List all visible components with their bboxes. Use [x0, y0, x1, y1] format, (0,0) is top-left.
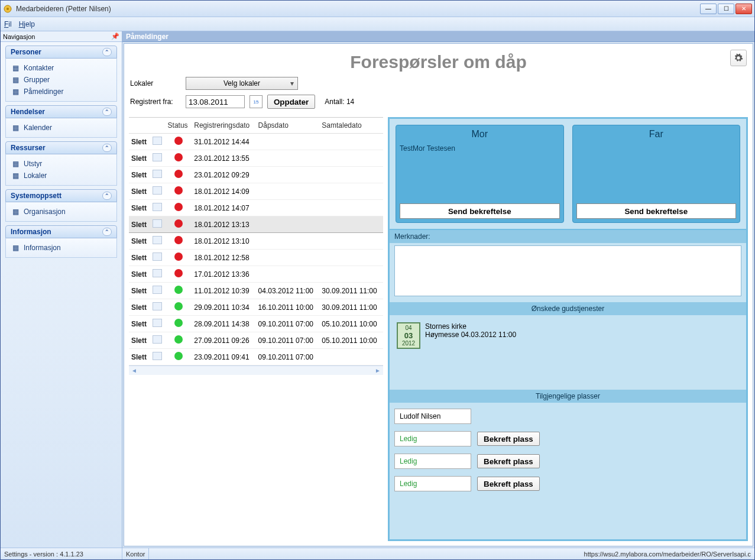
table-row[interactable]: Slett18.01.2012 14:09	[129, 183, 383, 200]
delete-button[interactable]: Slett	[131, 171, 147, 179]
row-action-icon[interactable]	[153, 253, 162, 261]
row-action-icon[interactable]	[153, 219, 162, 228]
row-action-icon[interactable]	[153, 302, 162, 310]
notes-box[interactable]	[394, 245, 741, 296]
status-dot	[174, 352, 183, 360]
row-action-icon[interactable]	[153, 319, 162, 327]
contacts-icon: ▦	[11, 64, 20, 72]
confirm-slot-button[interactable]: Bekreft plass	[477, 432, 540, 446]
nav-item-label: Informasjon	[24, 244, 61, 252]
table-row[interactable]: Slett18.01.2012 12:58	[129, 250, 383, 266]
table-row[interactable]: Slett18.01.2012 13:10	[129, 233, 383, 250]
cell-sam	[319, 183, 383, 200]
main-panel: Forespørsler om dåp Lokaler Velg lokaler…	[124, 43, 753, 546]
nav-item[interactable]: ▦Utstyr	[8, 158, 114, 170]
nav-header: Navigasjon 📌	[1, 31, 122, 42]
father-send-confirm-button[interactable]: Send bekreftelse	[576, 203, 737, 219]
update-button[interactable]: Oppdater	[267, 95, 315, 109]
delete-button[interactable]: Slett	[131, 287, 147, 295]
delete-button[interactable]: Slett	[131, 204, 147, 212]
table-row[interactable]: Slett23.01.2012 13:55	[129, 150, 383, 167]
row-action-icon[interactable]	[153, 153, 162, 161]
nav-group-header[interactable]: Informasjon⌃	[5, 225, 117, 238]
row-action-icon[interactable]	[153, 269, 162, 277]
h-scrollbar[interactable]: ◄ ►	[129, 365, 383, 375]
gear-icon	[734, 53, 743, 63]
cell-reg: 17.01.2012 13:36	[192, 266, 255, 283]
row-action-icon[interactable]	[153, 170, 162, 178]
status-dot	[174, 219, 183, 228]
nav-group-header[interactable]: Hendelser⌃	[5, 105, 117, 118]
row-action-icon[interactable]	[153, 352, 162, 360]
delete-button[interactable]: Slett	[131, 353, 147, 361]
row-action-icon[interactable]	[153, 203, 162, 211]
table-row[interactable]: Slett11.01.2012 10:3904.03.2012 11:0030.…	[129, 283, 383, 299]
delete-button[interactable]: Slett	[131, 154, 147, 163]
nav-group-header[interactable]: Ressurser⌃	[5, 141, 117, 154]
settings-button[interactable]	[730, 50, 747, 66]
service-item[interactable]: 04 03 2012 Stornes kirke Høymesse 04.03.…	[394, 320, 741, 385]
table-row[interactable]: Slett29.09.2011 10:3416.10.2011 10:0030.…	[129, 299, 383, 316]
page-title-row: Forespørsler om dåp	[124, 44, 753, 75]
table-row[interactable]: Slett18.01.2012 14:07	[129, 200, 383, 216]
tab-signups[interactable]: Påmeldinger	[126, 33, 169, 41]
delete-button[interactable]: Slett	[131, 270, 147, 279]
table-row[interactable]: Slett17.01.2012 13:36	[129, 266, 383, 283]
delete-button[interactable]: Slett	[131, 336, 147, 345]
delete-button[interactable]: Slett	[131, 237, 147, 245]
row-action-icon[interactable]	[153, 236, 162, 244]
nav-item[interactable]: ▦Grupper	[8, 74, 114, 86]
status-dot	[174, 203, 183, 211]
status-dot	[174, 236, 183, 244]
nav-item[interactable]: ▦Kontakter	[8, 62, 114, 74]
delete-button[interactable]: Slett	[131, 320, 147, 328]
nav-item[interactable]: ▦Lokaler	[8, 170, 114, 182]
mother-title: Mor	[400, 129, 560, 140]
table-row[interactable]: Slett28.09.2011 14:3809.10.2011 07:0005.…	[129, 316, 383, 332]
menu-file[interactable]: Fil	[4, 20, 12, 28]
row-action-icon[interactable]	[153, 335, 162, 344]
table-row[interactable]: Slett18.01.2012 13:13	[129, 216, 383, 233]
nav-group-header[interactable]: Systemoppsett⌃	[5, 189, 117, 202]
row-action-icon[interactable]	[153, 137, 162, 145]
nav-group-header[interactable]: Personer⌃	[5, 46, 117, 59]
table-row[interactable]: Slett23.09.2011 09:4109.10.2011 07:00	[129, 349, 383, 365]
cell-sam: 30.09.2011 11:00	[319, 283, 383, 299]
location-icon: ▦	[11, 171, 20, 180]
col-dap: Dåpsdato	[256, 118, 320, 134]
nav-item-label: Lokaler	[24, 171, 47, 180]
confirm-slot-button[interactable]: Bekreft plass	[477, 477, 540, 491]
delete-button[interactable]: Slett	[131, 254, 147, 262]
nav-sidebar: Navigasjon 📌 Personer⌃▦Kontakter▦Grupper…	[1, 31, 122, 548]
pin-icon[interactable]: 📌	[111, 33, 119, 40]
status-dot	[174, 302, 183, 310]
row-action-icon[interactable]	[153, 186, 162, 195]
nav-item[interactable]: ▦Informasjon	[8, 242, 114, 254]
cell-sam	[319, 134, 383, 150]
maximize-button[interactable]: ☐	[718, 4, 734, 14]
nav-item[interactable]: ▦Påmeldinger	[8, 86, 114, 98]
nav-item-label: Påmeldinger	[24, 88, 63, 96]
delete-button[interactable]: Slett	[131, 221, 147, 229]
tab-strip: Påmeldinger	[122, 31, 754, 42]
delete-button[interactable]: Slett	[131, 303, 147, 312]
registered-from-input[interactable]	[186, 95, 245, 108]
close-button[interactable]: ✕	[735, 4, 752, 14]
table-row[interactable]: Slett23.01.2012 09:29	[129, 167, 383, 183]
date-picker-button[interactable]: 15	[249, 95, 263, 108]
delete-button[interactable]: Slett	[131, 187, 147, 196]
menu-help[interactable]: Hjelp	[19, 20, 35, 28]
table-row[interactable]: Slett27.09.2011 09:2609.10.2011 07:0005.…	[129, 332, 383, 349]
row-action-icon[interactable]	[153, 286, 162, 294]
nav-item[interactable]: ▦Kalender	[8, 122, 114, 134]
delete-button[interactable]: Slett	[131, 138, 147, 146]
nav-item[interactable]: ▦Organisasjon	[8, 206, 114, 218]
cell-reg: 27.09.2011 09:26	[192, 332, 255, 349]
confirm-slot-button[interactable]: Bekreft plass	[477, 454, 540, 468]
table-row[interactable]: Slett31.01.2012 14:44	[129, 134, 383, 150]
available-slots: Tilgjengelige plasser Ludolf Nilsen Ledi…	[390, 390, 746, 503]
lokaler-select[interactable]: Velg lokaler	[186, 77, 298, 90]
status-dot	[174, 319, 183, 327]
mother-send-confirm-button[interactable]: Send bekreftelse	[400, 203, 560, 219]
minimize-button[interactable]: —	[700, 4, 717, 14]
